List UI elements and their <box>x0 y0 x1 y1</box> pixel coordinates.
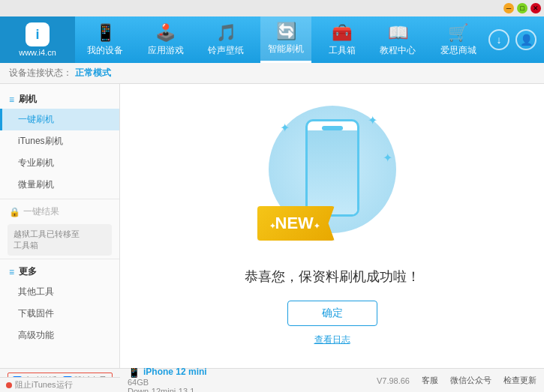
check-update-link[interactable]: 检查更新 <box>503 375 536 386</box>
logo-area: i www.i4.cn <box>0 16 75 63</box>
footer: 自动激活 跳过向导 📱 iPhone 12 mini 64GB Down-12m… <box>0 368 544 392</box>
phone-screen <box>308 130 357 217</box>
sparkle-tl-icon: ✦ <box>280 121 290 135</box>
sidebar-divider-2 <box>0 259 119 259</box>
nav-smart-flash[interactable]: 🔄 智能刷机 <box>260 16 311 63</box>
status-value: 正常模式 <box>75 67 111 79</box>
nav-items: 📱 我的设备 🕹️ 应用游戏 🎵 铃声壁纸 🔄 智能刷机 🧰 工具箱 📖 教程中… <box>75 16 488 63</box>
sidebar-item-micro[interactable]: 微量刷机 <box>0 174 119 196</box>
sidebar-item-download[interactable]: 下载固件 <box>0 303 119 325</box>
status-bar: 设备连接状态： 正常模式 <box>0 63 544 84</box>
nav-right: ↓ 👤 <box>488 29 544 50</box>
nav-shop-label: 爱思商城 <box>440 44 476 57</box>
sidebar-section-flash-label: 刷机 <box>19 93 37 106</box>
wechat-link[interactable]: 微信公众号 <box>450 375 491 386</box>
success-text: 恭喜您，保资料刷机成功啦！ <box>245 268 420 286</box>
itunes-status-bar: 阻止iTunes运行 <box>0 377 120 392</box>
tutorial-icon: 📖 <box>388 23 408 43</box>
nav-toolbox[interactable]: 🧰 工具箱 <box>321 16 363 63</box>
apps-games-icon: 🕹️ <box>155 23 176 43</box>
sidebar-section-more-label: 更多 <box>19 265 37 278</box>
account-button[interactable]: 👤 <box>515 29 536 50</box>
phone-body <box>305 119 359 217</box>
device-model: Down-12mini-13,1 <box>128 387 207 393</box>
sidebar-locked-item: 🔒 一键结果 <box>0 202 119 221</box>
itunes-status-text: 阻止iTunes运行 <box>15 379 73 391</box>
nav-my-device[interactable]: 📱 我的设备 <box>80 16 131 63</box>
sidebar-section-flash: ≡ 刷机 一键刷机 iTunes刷机 专业刷机 微量刷机 <box>0 90 119 196</box>
sidebar-divider-1 <box>0 199 119 199</box>
flash-section-icon: ≡ <box>9 94 14 105</box>
sidebar-item-advanced[interactable]: 高级功能 <box>0 325 119 346</box>
sparkle-tr-icon: ✦ <box>368 113 377 127</box>
version-text: V7.98.66 <box>377 376 410 385</box>
device-storage: 64GB <box>128 378 207 387</box>
more-section-icon: ≡ <box>9 267 14 277</box>
sparkle-br-icon: ✦ <box>383 151 392 165</box>
sidebar-item-itunes[interactable]: iTunes刷机 <box>0 130 119 152</box>
main-area: ≡ 刷机 一键刷机 iTunes刷机 专业刷机 微量刷机 🔒 一键结果 越狱工具… <box>0 84 544 368</box>
phone-illustration: ✦ ✦ ✦ ✦NEW✦ <box>265 106 400 256</box>
lock-icon: 🔒 <box>9 207 20 217</box>
header: i www.i4.cn 📱 我的设备 🕹️ 应用游戏 🎵 铃声壁纸 🔄 智能刷机… <box>0 16 544 63</box>
nav-apps-games[interactable]: 🕹️ 应用游戏 <box>140 16 191 63</box>
maximize-button[interactable]: □ <box>517 3 527 13</box>
nav-smart-flash-label: 智能刷机 <box>268 43 304 55</box>
sidebar-section-more-title: ≡ 更多 <box>0 262 119 281</box>
nav-tutorial[interactable]: 📖 教程中心 <box>372 16 423 63</box>
status-label: 设备连接状态： <box>9 67 72 79</box>
logo-text: www.i4.cn <box>19 48 56 57</box>
shop-icon: 🛒 <box>448 23 468 43</box>
sidebar-note: 越狱工具已转移至工具箱 <box>8 224 112 256</box>
sidebar-note-text: 越狱工具已转移至工具箱 <box>14 229 80 250</box>
sidebar-item-other-tools[interactable]: 其他工具 <box>0 281 119 303</box>
sidebar-item-onekey[interactable]: 一键刷机 <box>0 109 119 130</box>
logo-icon: i <box>26 22 50 46</box>
content-area: ✦ ✦ ✦ ✦NEW✦ 恭喜您，保资料刷机成功啦！ 确定 查看日志 <box>120 84 544 368</box>
footer-device: 📱 iPhone 12 mini 64GB Down-12mini-13,1 <box>128 366 207 393</box>
nav-tutorial-label: 教程中心 <box>380 44 416 57</box>
sidebar: ≡ 刷机 一键刷机 iTunes刷机 专业刷机 微量刷机 🔒 一键结果 越狱工具… <box>0 84 120 368</box>
today-button[interactable]: 查看日志 <box>314 334 350 346</box>
nav-toolbox-label: 工具箱 <box>329 44 356 57</box>
nav-ringtones[interactable]: 🎵 铃声壁纸 <box>200 16 251 63</box>
sidebar-locked-label: 一键结果 <box>23 205 59 218</box>
sidebar-section-flash-title: ≡ 刷机 <box>0 90 119 109</box>
smart-flash-icon: 🔄 <box>276 22 296 41</box>
footer-right: V7.98.66 客服 微信公众号 检查更新 <box>377 375 536 386</box>
nav-my-device-label: 我的设备 <box>87 44 123 57</box>
close-button[interactable]: ✕ <box>530 3 541 13</box>
sidebar-section-more: ≡ 更多 其他工具 下载固件 高级功能 <box>0 262 119 346</box>
nav-shop[interactable]: 🛒 爱思商城 <box>433 16 484 63</box>
success-area: ✦ ✦ ✦ ✦NEW✦ 恭喜您，保资料刷机成功啦！ 确定 查看日志 <box>245 106 420 346</box>
service-link[interactable]: 客服 <box>422 375 438 386</box>
title-bar: ─ □ ✕ <box>0 0 544 16</box>
nav-ringtones-label: 铃声壁纸 <box>208 44 244 57</box>
nav-apps-games-label: 应用游戏 <box>148 44 184 57</box>
minimize-button[interactable]: ─ <box>503 3 514 13</box>
download-button[interactable]: ↓ <box>488 29 509 50</box>
toolbox-icon: 🧰 <box>332 23 352 43</box>
sidebar-item-pro[interactable]: 专业刷机 <box>0 152 119 174</box>
red-dot-icon <box>6 382 12 388</box>
my-device-icon: 📱 <box>95 23 116 43</box>
new-banner: ✦NEW✦ <box>257 206 335 241</box>
confirm-button[interactable]: 确定 <box>287 301 377 326</box>
ringtones-icon: 🎵 <box>216 23 236 43</box>
